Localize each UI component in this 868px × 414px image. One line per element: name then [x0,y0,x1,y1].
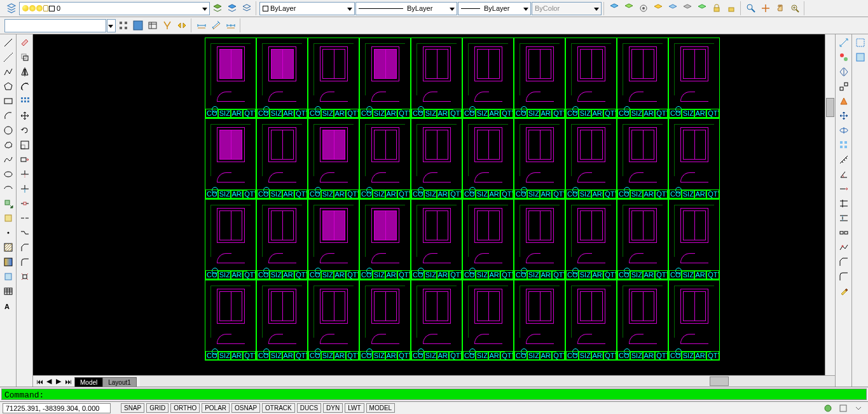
tool-content-button[interactable] [146,18,160,32]
layer-states-button[interactable] [225,1,239,15]
spline-button[interactable] [1,153,15,167]
select-prev-button[interactable] [853,50,867,64]
insert-block-button[interactable] [1,197,15,210]
status-tray-button[interactable] [851,401,865,415]
horizontal-scrollbar[interactable] [140,376,835,387]
status-ducs[interactable]: DUCS [297,403,321,413]
layer-match-button[interactable] [622,1,636,15]
offset-button[interactable] [18,79,32,93]
chamfer2-button[interactable] [837,255,851,269]
rotate3d-button[interactable] [837,123,851,137]
plotstyle-dropdown[interactable]: ByColor [532,2,602,15]
status-osnap[interactable]: OSNAP [231,403,260,413]
gradient-button[interactable] [1,255,15,269]
erase-button[interactable] [18,36,32,50]
rotate-button[interactable] [18,123,32,137]
stretch-button[interactable] [18,153,32,167]
tab-first-button[interactable]: ⏮ [35,377,44,386]
hatch-button[interactable] [1,240,15,254]
tool-quickcalc-button[interactable] [175,18,189,32]
array-rect-button[interactable] [837,138,851,152]
properties-button[interactable] [837,50,851,64]
xline-button[interactable] [1,50,15,64]
chamfer-button[interactable] [18,240,32,254]
ellipse-button[interactable] [1,167,15,181]
scale-button[interactable] [18,138,32,152]
extend-button[interactable] [18,182,32,196]
copy-button[interactable] [18,50,32,64]
revcloud-button[interactable] [1,138,15,152]
layer-walk-button[interactable] [651,1,665,15]
status-ortho[interactable]: ORTHO [170,403,200,413]
hscroll-thumb[interactable] [710,376,729,386]
status-model[interactable]: MODEL [366,403,396,413]
layer-dropdown[interactable]: 0 [19,2,210,15]
break2-button[interactable] [837,226,851,240]
tab-last-button[interactable]: ⏭ [64,377,72,386]
pline-button[interactable] [1,65,15,79]
mirror3d-button[interactable] [837,65,851,79]
line-button[interactable] [1,36,15,50]
layer-lock-button[interactable] [710,1,724,15]
tab-next-button[interactable]: ▶ [54,377,63,386]
tab-model[interactable]: Model [74,377,103,387]
layer-freeze-button[interactable] [666,1,680,15]
pedit-button[interactable] [837,240,851,254]
trim-button[interactable] [18,167,32,181]
move-button[interactable] [18,109,32,123]
lengthen-button[interactable] [837,182,851,196]
table-button[interactable] [1,284,15,298]
move2-button[interactable] [837,109,851,123]
tool-pattern-button[interactable] [116,18,130,32]
measure-button[interactable] [837,153,851,167]
dim-linear-button[interactable] [195,18,209,32]
status-clean-button[interactable] [836,401,850,415]
region-button[interactable] [1,270,15,284]
drawing-canvas[interactable]: CODESIZEAREAQTYCODESIZEAREAQTYCODESIZEAR… [33,34,825,375]
explode-button[interactable] [18,270,32,284]
circle-button[interactable] [1,123,15,137]
array-button[interactable] [18,94,32,108]
vertical-scrollbar[interactable] [825,34,835,375]
trim2-button[interactable] [837,197,851,210]
layer-iso-button[interactable] [240,1,254,15]
rectangle-button[interactable] [1,94,15,108]
extend2-button[interactable] [837,211,851,225]
make-block-button[interactable] [1,211,15,225]
status-dyn[interactable]: DYN [323,403,343,413]
color-dropdown[interactable]: ByLayer [259,2,355,15]
break-button[interactable] [18,197,32,210]
zoom-realtime-button[interactable] [788,1,802,15]
layer-off-button[interactable] [680,1,694,15]
matchprop-button[interactable] [837,284,851,298]
select-all-button[interactable] [853,36,867,50]
point-button[interactable] [1,226,15,240]
linetype-dropdown[interactable]: ByLayer [355,2,457,15]
status-lwt[interactable]: LWT [345,403,364,413]
mtext-button[interactable]: A [1,299,15,313]
command-line[interactable]: Command: [1,389,867,400]
status-snap[interactable]: SNAP [121,403,144,413]
status-comm-button[interactable] [821,401,835,415]
layer-settings-button[interactable] [637,1,651,15]
dim-continue-button[interactable] [224,18,238,32]
layer-on-button[interactable] [695,1,709,15]
status-grid[interactable]: GRID [146,403,169,413]
fillet-button[interactable] [18,255,32,269]
align-button[interactable] [837,79,851,93]
mirror-button[interactable] [18,65,32,79]
command-combo-arrow[interactable] [107,19,116,32]
ellipse-arc-button[interactable] [1,182,15,196]
angle-button[interactable] [837,167,851,181]
layer-make-current-button[interactable] [607,1,621,15]
join-button[interactable] [18,226,32,240]
polygon-button[interactable] [1,79,15,93]
tab-layout1[interactable]: Layout1 [102,377,137,387]
tool-qselect-button[interactable] [160,18,174,32]
tab-prev-button[interactable]: ◀ [45,377,53,386]
fillet2-button[interactable] [837,270,851,284]
lineweight-dropdown[interactable]: ByLayer [458,2,531,15]
layer-previous-button[interactable] [210,1,224,15]
vscroll-thumb[interactable] [826,98,834,117]
arc-button[interactable] [1,109,15,123]
